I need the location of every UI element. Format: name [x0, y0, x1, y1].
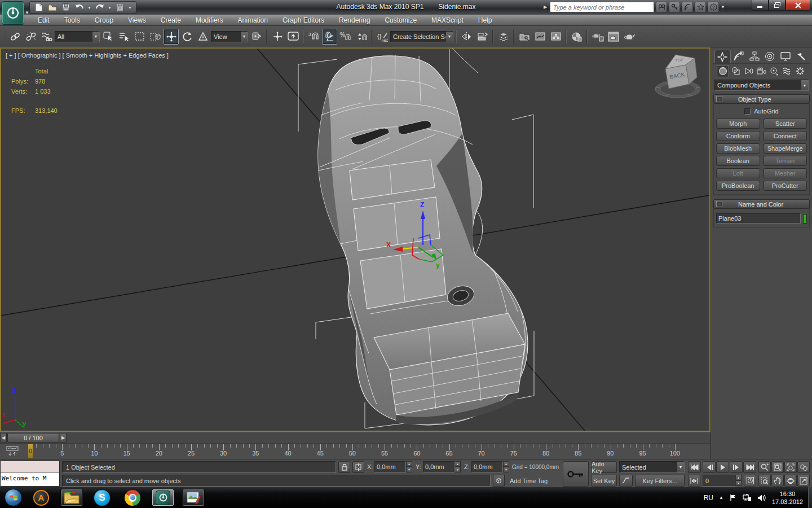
tab-create[interactable] [714, 50, 731, 63]
absolute-offset-mode-button[interactable] [352, 461, 364, 473]
keyboard-shortcut-override-button[interactable] [285, 29, 301, 45]
menu-item[interactable]: Rendering [332, 15, 377, 25]
snaps-toggle-button[interactable]: 3 [306, 29, 321, 45]
object-type-button[interactable]: ProBoolean [716, 181, 760, 191]
menu-item[interactable]: Help [471, 15, 500, 25]
open-file-button[interactable] [47, 2, 58, 12]
time-slider-handle[interactable]: 0 / 100 [7, 433, 59, 443]
close-button[interactable] [785, 0, 810, 11]
infocenter-expander-icon[interactable]: ▶ [544, 5, 547, 10]
name-color-rollout-header[interactable]: − Name and Color [713, 199, 810, 209]
named-selection-sets-dropdown[interactable]: Create Selection Se ▼ [390, 31, 453, 42]
viewport-canvas[interactable]: Z X y [1, 49, 709, 431]
taskbar-aimp-icon[interactable]: A [30, 489, 52, 506]
help-dropdown-icon[interactable]: ▼ [721, 5, 725, 10]
tab-display[interactable] [778, 50, 793, 63]
object-type-button[interactable]: Mesher [764, 168, 807, 178]
menu-item[interactable]: Edit [30, 15, 57, 25]
track-bar[interactable]: 5101520253035404550556065707580859095100… [0, 443, 710, 459]
set-keys-button[interactable] [563, 461, 589, 487]
select-and-manipulate-button[interactable] [270, 29, 285, 45]
object-type-button[interactable]: ProCutter [764, 181, 807, 191]
menu-item[interactable]: Create [153, 15, 188, 25]
z-coord-field[interactable]: 0,0mm [471, 461, 503, 472]
taskbar-explorer-icon[interactable] [60, 489, 83, 506]
app-menu-caret-icon[interactable]: ▼ [25, 10, 29, 15]
current-frame-field[interactable]: 0 [703, 475, 735, 487]
object-type-button[interactable]: Conform [716, 131, 760, 141]
taskbar-paint-icon[interactable] [182, 489, 205, 506]
infocenter-search-input[interactable] [550, 2, 654, 12]
current-frame-marker[interactable]: 0 [28, 444, 33, 459]
menu-item[interactable]: Tools [57, 15, 87, 25]
render-setup-button[interactable] [590, 29, 605, 45]
selection-filter-dropdown[interactable]: All ▼ [55, 31, 100, 42]
edit-named-selection-sets-button[interactable]: {}ABC [374, 29, 390, 45]
default-tangent-button[interactable] [619, 475, 633, 487]
network-icon[interactable] [743, 494, 752, 502]
schematic-view-button[interactable] [548, 29, 563, 45]
key-mode-dropdown[interactable]: Selected ▼ [619, 461, 685, 473]
adaptive-degradation-button[interactable] [493, 475, 505, 487]
zoom-extents-all-button[interactable] [797, 461, 810, 473]
menu-item[interactable]: Animation [231, 15, 275, 25]
communication-center-icon[interactable] [682, 2, 693, 12]
container-explorer-button[interactable] [517, 29, 532, 45]
previous-frame-button[interactable] [703, 461, 716, 473]
fetch-button[interactable] [114, 2, 126, 12]
select-and-link-button[interactable] [7, 29, 23, 45]
category-geometry[interactable] [717, 65, 729, 77]
taskbar-chrome-icon[interactable] [121, 489, 144, 506]
clock[interactable]: 16:30 17.03.2012 [772, 490, 803, 506]
layer-manager-button[interactable] [496, 29, 511, 45]
category-space-warps[interactable] [781, 65, 793, 77]
x-coord-field[interactable]: 0,0mm [374, 461, 406, 472]
field-of-view-button[interactable] [758, 475, 771, 487]
category-cameras[interactable] [755, 65, 767, 77]
time-configuration-button[interactable] [744, 475, 756, 487]
play-button[interactable] [716, 461, 729, 473]
viewport-label[interactable]: [ + ] [ Orthographic ] [ Smooth + Highli… [6, 52, 169, 59]
menu-item[interactable]: Views [121, 15, 153, 25]
show-desktop-button[interactable] [808, 487, 812, 508]
go-to-end-button[interactable] [743, 461, 756, 473]
auto-key-button[interactable]: Auto Key [591, 461, 617, 473]
object-type-rollout-header[interactable]: − Object Type [713, 94, 810, 104]
zoom-all-button[interactable] [771, 461, 784, 473]
object-type-button[interactable]: Boolean [716, 156, 760, 166]
add-time-tag[interactable]: Add Time Tag [508, 475, 558, 487]
open-mini-curve-editor-button[interactable] [1, 445, 24, 458]
object-name-input[interactable] [716, 213, 801, 224]
percent-snap-toggle-button[interactable]: % [338, 29, 353, 45]
select-object-button[interactable] [100, 29, 116, 45]
3dsmax-app-logo-icon[interactable] [2, 1, 24, 25]
object-color-swatch[interactable] [803, 214, 807, 224]
search-icon[interactable] [656, 2, 667, 12]
tab-utilities[interactable] [793, 50, 809, 63]
use-pivot-point-button[interactable] [249, 29, 264, 45]
autogrid-checkbox[interactable] [744, 108, 751, 115]
tab-hierarchy[interactable] [747, 50, 762, 63]
new-file-button[interactable] [33, 2, 45, 12]
timeline-ruler[interactable]: 5101520253035404550556065707580859095100 [26, 444, 710, 459]
next-frame-button[interactable] [730, 461, 743, 473]
orbit-button[interactable] [784, 475, 797, 487]
curve-editor-button[interactable] [532, 29, 548, 45]
time-slider-prev-button[interactable]: ◀ [0, 433, 7, 443]
object-type-button[interactable]: Loft [716, 168, 760, 178]
category-lights[interactable] [743, 65, 755, 77]
object-type-button[interactable]: Scatter [764, 119, 807, 129]
maximize-button[interactable] [769, 0, 785, 11]
volume-icon[interactable] [757, 494, 766, 502]
select-and-scale-button[interactable] [195, 29, 210, 45]
menu-item[interactable]: Customize [377, 15, 424, 25]
go-to-start-button[interactable] [688, 461, 701, 473]
redo-dropdown-icon[interactable]: ▼ [108, 6, 112, 10]
bind-to-space-warp-button[interactable] [39, 29, 54, 45]
action-center-flag-icon[interactable] [729, 494, 737, 502]
menu-item[interactable]: MAXScript [424, 15, 471, 25]
object-type-button[interactable]: Connect [764, 131, 807, 141]
listener-macro-row[interactable] [1, 461, 59, 473]
y-coord-spinner[interactable]: ▲▼ [454, 461, 461, 472]
viewcube[interactable]: BACK TOP [655, 55, 700, 98]
